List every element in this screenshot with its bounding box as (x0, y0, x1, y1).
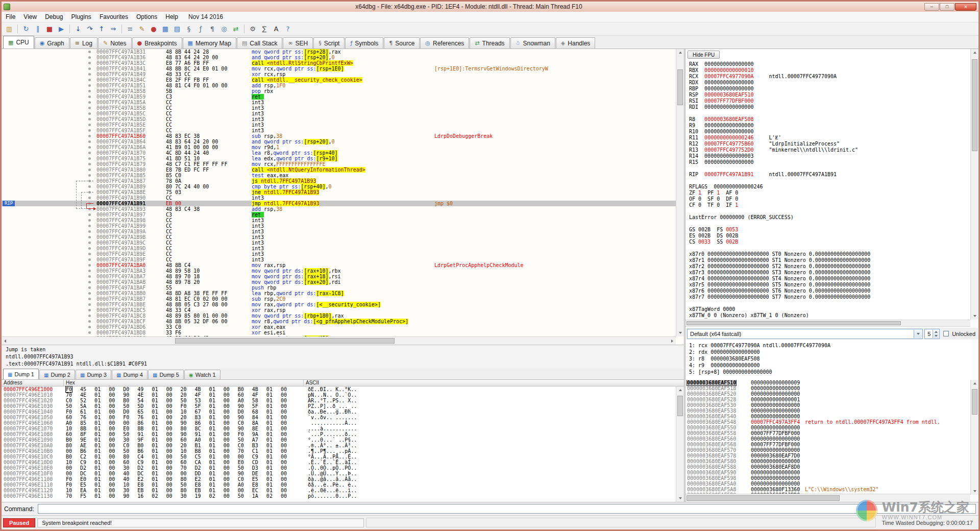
disasm-row[interactable]: 00007FFC497A1BBE48 8B 05 C3 27 08 00mov … (2, 302, 676, 307)
registers-vertical-scrollbar[interactable] (970, 49, 978, 320)
register-line[interactable]: RFLAGS 0000000000000246 (689, 184, 970, 190)
disasm-row[interactable]: 00007FFC497A1BC848 89 85 80 01 00 00mov … (2, 313, 676, 319)
disasm-vertical-scrollbar[interactable] (676, 49, 684, 336)
breakpoint-dot[interactable] (88, 168, 91, 171)
tab-graph[interactable]: ◉Graph (35, 37, 69, 49)
disasm-row[interactable]: 00007FFC497A1B704C 8D 44 24 40lea r8,qwo… (2, 150, 676, 156)
tab-dump-3[interactable]: ▦Dump 3 (76, 370, 111, 379)
tab-threads[interactable]: ⇄Threads (470, 37, 509, 49)
breakpoint-dot[interactable] (88, 242, 91, 244)
register-line[interactable]: RSI 00007FF77DFBF000 (689, 98, 970, 104)
disasm-row[interactable]: 00007FFC497A1B99CCint3 (2, 223, 676, 229)
breakpoint-dot[interactable] (88, 95, 91, 98)
register-line[interactable]: CF 0 TF 0 IF 1 (689, 202, 970, 208)
tab-log[interactable]: ≡Log (70, 37, 97, 49)
register-line[interactable]: RBP 0000000000000000 (689, 86, 970, 92)
register-line[interactable]: R12 00007FFC49775B60 "LdrpInitializeProc… (689, 141, 970, 147)
disasm-row[interactable]: 00007FFC497A1B585Bpop rbx (2, 88, 676, 94)
dump-row[interactable]: 00007FFC496E10E000 D2 01 00 30 D2 01 00 … (2, 465, 684, 471)
disasm-row[interactable]: 00007FFC497A1BD633 C0xor eax,eax (2, 324, 676, 330)
stack-row[interactable]: 0000003680EAF5800000000000000000 (685, 458, 978, 464)
disasm-row[interactable]: 00007FFC497A1B97C3ret (2, 212, 676, 218)
memory-map-icon[interactable]: ▦ (160, 23, 171, 34)
register-line[interactable]: LastError 00000000 (ERROR_SUCCESS) (689, 214, 970, 221)
disasm-row[interactable]: 00007FFC497A1B8E75 03jne ntdll.7FFC497A1… (2, 189, 676, 195)
titlebar[interactable]: x64dbg - File: x64dbg.exe - PID: 1EF4 - … (2, 2, 978, 12)
calculator-icon[interactable]: ∑ (259, 23, 270, 34)
tab-dump-2[interactable]: ▦Dump 2 (39, 370, 75, 379)
breakpoint-dot[interactable] (88, 124, 91, 126)
scrollbar-thumb[interactable] (687, 495, 840, 501)
register-line[interactable]: R14 0000000000000003 (689, 153, 970, 159)
menu-item-help[interactable]: Help (161, 12, 182, 22)
stack-row[interactable]: 0000003680EAF5180000000000000000 (685, 385, 978, 391)
register-line[interactable]: RSP 0000003680EAF510 (689, 92, 970, 98)
menu-item-view[interactable]: View (19, 12, 41, 22)
register-line[interactable]: RAX 0000000000000000 (689, 61, 970, 67)
stack-row[interactable]: 0000003680EAF5100000000000000009 (685, 380, 978, 385)
breakpoint-dot[interactable] (88, 118, 91, 120)
stack-row[interactable]: 0000003680EAF5A00000000000000000 (685, 481, 978, 487)
disasm-row[interactable]: 00007FFC497A1B4148 8B 8C 24 E0 01 00mov … (2, 66, 676, 71)
disasm-row[interactable]: 00007FFC497A1B9ACCint3 (2, 229, 676, 234)
breakpoint-dot[interactable] (88, 264, 91, 267)
disasm-row[interactable]: 00007FFC497A1BB748 81 EC C0 02 00 00sub … (2, 296, 676, 302)
disasm-row[interactable]: 00007FFC497A1B80E8 7B ED FC FFcall <ntdl… (2, 167, 676, 173)
maximize-button[interactable]: □ (940, 3, 954, 11)
disasm-row[interactable]: 00007FFC497A1B3CE8 77 A6 FB FFcall <ntdl… (2, 60, 676, 66)
breakpoint-dot[interactable] (88, 79, 91, 81)
register-line[interactable]: CS 0033 SS 002B (689, 239, 970, 245)
disasm-row[interactable]: 00007FFC497A1B3648 83 64 24 20 00and qwo… (2, 55, 676, 60)
register-line[interactable]: x87r2 00000000000000000000 ST2 Nonzero 0… (689, 263, 970, 270)
breakpoint-dot[interactable] (88, 270, 91, 272)
notes-icon[interactable]: ✎ (136, 23, 148, 34)
stack-pane[interactable]: 0000003680EAF510000000000000000900000036… (685, 380, 978, 502)
run-icon[interactable]: ▶ (56, 23, 67, 34)
menu-item-file[interactable]: File (2, 12, 19, 22)
disasm-row[interactable]: 00007FFC497A1BA348 89 58 10mov qword ptr… (2, 268, 676, 274)
disasm-row[interactable]: 00007FFC497A1B5CCCint3 (2, 111, 676, 116)
tab-handles[interactable]: ◈Handles (556, 37, 596, 49)
call-stack-icon[interactable]: ▤ (172, 23, 183, 34)
disasm-row[interactable]: 00007FFC497A1BC548 33 C4xor rax,rsp (2, 307, 676, 313)
scrollbar-thumb[interactable] (677, 69, 683, 105)
breakpoint-dot[interactable] (88, 56, 91, 59)
disasm-row[interactable]: 00007FFC497A1BD833 F6xor esi,esi (2, 330, 676, 335)
breakpoint-dot[interactable] (88, 298, 91, 300)
tab-call-stack[interactable]: ▤Call Stack (237, 37, 282, 49)
argument-line[interactable]: 5: [rsp+8] 0000000000000000 (689, 369, 976, 375)
disasm-row[interactable]: 00007FFC497A1B9BCCint3 (2, 234, 676, 240)
symbols-icon[interactable]: ƒ (195, 23, 206, 34)
register-line[interactable]: GS 002B FS 0053 (689, 227, 970, 233)
disasm-row[interactable]: 00007FFC497A1B5FCCint3 (2, 128, 676, 133)
disasm-row[interactable]: 00007FFC497A1B4948 33 CCxor rcx,rsp (2, 71, 676, 77)
source-icon[interactable]: ¶ (207, 23, 218, 34)
restart-icon[interactable]: ↻ (20, 23, 32, 34)
menu-item-plugins[interactable]: Plugins (67, 12, 95, 22)
scroll-up-icon[interactable] (676, 49, 684, 56)
open-file-icon[interactable]: ▥ (4, 23, 15, 34)
scroll-up-icon[interactable] (971, 49, 978, 56)
disassembly-pane[interactable]: 00007FFC497A1B3148 8B 44 24 28mov qword … (2, 49, 684, 345)
register-line[interactable]: OF 0 SF 0 DF 0 (689, 196, 970, 202)
breakpoint-dot[interactable] (88, 180, 91, 182)
stack-row[interactable]: 0000003680EAF5780000003680EAF7D0 (685, 453, 978, 458)
breakpoint-dot[interactable] (88, 62, 91, 64)
register-line[interactable]: x87r0 00000000000000000000 ST0 Nonzero 0… (689, 251, 970, 257)
register-line[interactable] (689, 300, 970, 306)
dump-row[interactable]: 00007FFC496E1110F0 E5 01 00 10 E8 01 00 … (2, 482, 684, 488)
register-line[interactable]: R9 0000000000000000 (689, 123, 970, 129)
breakpoint-dot[interactable] (88, 51, 91, 53)
register-line[interactable]: R15 0000000000000000 (689, 159, 970, 165)
breakpoint-dot[interactable] (88, 331, 91, 334)
register-line[interactable]: x87r1 00000000000000000000 ST1 Nonzero 0… (689, 257, 970, 263)
breakpoint-dot[interactable] (88, 315, 91, 317)
font-icon[interactable]: A (271, 23, 282, 34)
breakpoint-dot[interactable] (88, 202, 91, 205)
disasm-row[interactable]: 00007FFC497A1B7541 8D 51 10lea edx,qword… (2, 156, 676, 161)
settings-icon[interactable]: ⚙ (247, 23, 258, 34)
breakpoint-dot[interactable] (88, 152, 91, 154)
disasm-row[interactable]: 00007FFC497A1B7948 C7 C1 FE FF FF FFmov … (2, 161, 676, 167)
tab-source[interactable]: ¶Source (384, 37, 420, 49)
dump-pane[interactable]: Address Hex ASCII 00007FFC496E1000F0 45 … (2, 380, 684, 502)
